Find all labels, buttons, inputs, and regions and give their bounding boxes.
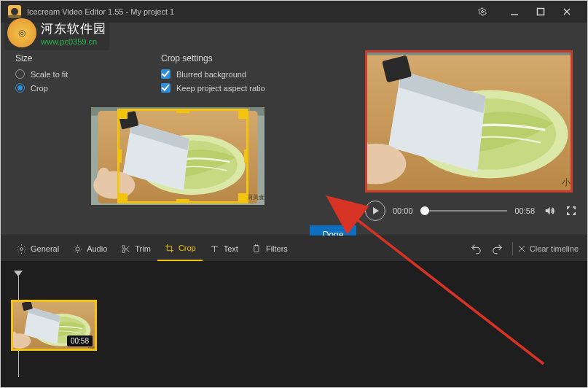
tab-crop[interactable]: Crop: [157, 236, 203, 261]
tab-text[interactable]: Text: [203, 236, 245, 261]
crop-handle-tl[interactable]: [117, 109, 128, 119]
blurred-bg-label: Blurred background: [176, 70, 246, 79]
crop-selection[interactable]: [117, 109, 248, 203]
tab-crop-label: Crop: [179, 244, 196, 252]
clear-timeline-label: Clear timeline: [530, 244, 579, 253]
tab-trim[interactable]: Trim: [114, 236, 157, 261]
maximize-button[interactable]: [528, 1, 554, 23]
watermark-overlay: ◎ 河东软件园 www.pc0359.cn: [4, 15, 109, 50]
watermark-icon: ◎: [7, 18, 36, 47]
tab-filters[interactable]: Filters: [245, 236, 294, 261]
crop-handle-bm[interactable]: [176, 199, 189, 203]
redo-button[interactable]: [487, 243, 508, 255]
svg-point-20: [76, 247, 79, 251]
crop-handle-br[interactable]: [238, 193, 248, 203]
svg-marker-17: [373, 207, 379, 214]
watermark-text-1: 河东软件园: [41, 20, 106, 37]
svg-rect-23: [254, 245, 259, 252]
size-heading: Size: [15, 53, 125, 63]
divider: [512, 242, 513, 255]
checkbox-icon: [161, 69, 170, 79]
svg-marker-18: [546, 207, 550, 215]
playhead[interactable]: [14, 271, 23, 276]
crop-radio[interactable]: Crop: [15, 83, 125, 93]
tab-general[interactable]: General: [9, 236, 66, 261]
clip-duration: 00:58: [67, 335, 93, 346]
crop-settings-heading: Crop settings: [161, 53, 270, 63]
scale-to-fit-radio[interactable]: Scale to fit: [15, 69, 125, 79]
tab-filters-label: Filters: [266, 244, 288, 253]
crop-label: Crop: [31, 84, 48, 93]
minimize-button[interactable]: [501, 1, 528, 23]
crop-handle-lm[interactable]: [117, 150, 122, 163]
seek-bar[interactable]: [420, 210, 508, 212]
tab-audio[interactable]: Audio: [66, 236, 114, 261]
svg-point-12: [482, 11, 484, 13]
clear-timeline-button[interactable]: Clear timeline: [517, 244, 579, 253]
tab-audio-label: Audio: [87, 244, 107, 253]
play-button[interactable]: [365, 201, 385, 221]
volume-button[interactable]: [542, 205, 557, 217]
crop-handle-rm[interactable]: [244, 150, 248, 163]
crop-handle-tr[interactable]: [238, 109, 248, 119]
blurred-bg-checkbox[interactable]: Blurred background: [161, 69, 270, 79]
crop-handle-bl[interactable]: [117, 193, 128, 203]
keep-aspect-checkbox[interactable]: Keep project aspect ratio: [161, 83, 270, 93]
undo-button[interactable]: [466, 243, 487, 255]
current-time: 00:00: [393, 206, 413, 215]
keep-aspect-label: Keep project aspect ratio: [176, 84, 265, 93]
total-time: 00:58: [514, 206, 535, 215]
radio-icon: [15, 83, 25, 93]
video-preview: [365, 50, 573, 193]
timeline-ruler[interactable]: [11, 275, 577, 290]
crop-handle-tm[interactable]: [176, 109, 189, 113]
close-button[interactable]: [554, 1, 580, 23]
fullscreen-button[interactable]: [564, 205, 579, 217]
checkbox-icon: [161, 83, 170, 93]
timeline-clip[interactable]: 00:58: [11, 300, 97, 351]
svg-rect-14: [538, 9, 544, 15]
crop-preview[interactable]: [91, 107, 264, 205]
seek-knob[interactable]: [420, 206, 429, 215]
tab-text-label: Text: [224, 244, 238, 253]
tab-general-label: General: [31, 244, 59, 253]
watermark-text-2: www.pc0359.cn: [41, 37, 106, 46]
radio-icon: [15, 69, 25, 79]
settings-button[interactable]: [469, 1, 495, 23]
svg-point-19: [20, 247, 23, 250]
tab-trim-label: Trim: [135, 244, 151, 253]
scale-to-fit-label: Scale to fit: [31, 70, 68, 79]
